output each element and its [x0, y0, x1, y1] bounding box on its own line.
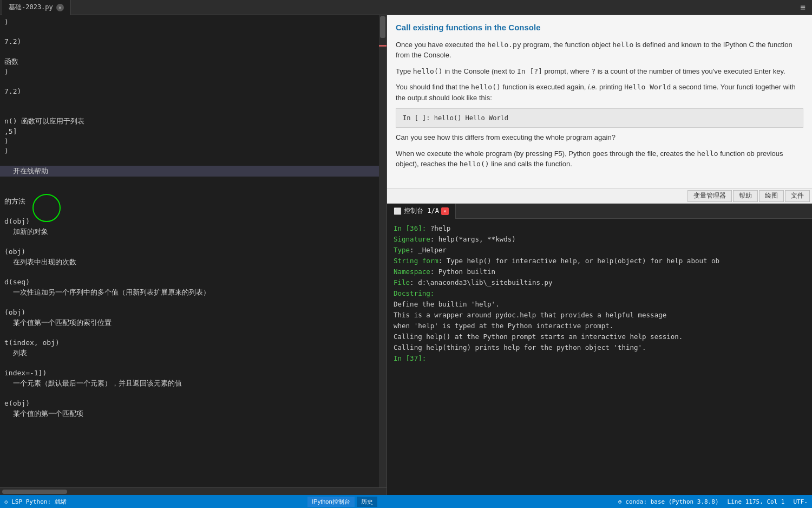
console-line: Namespace: Python builtin: [394, 266, 806, 277]
code-line: ): [0, 136, 387, 146]
code-line: [0, 389, 387, 399]
plot-button[interactable]: 绘图: [759, 190, 784, 202]
tab-close-button[interactable]: ×: [56, 4, 64, 11]
console-line: Docstring:: [394, 288, 806, 299]
status-bar: ◇ LSP Python: 就绪 IPython控制台 历史 ⊕ conda: …: [0, 495, 812, 508]
console-tab[interactable]: ⬜ 控制台 1/A ×: [387, 204, 456, 219]
code-line: d(obj): [0, 217, 387, 226]
console-panel: ⬜ 控制台 1/A × In [36]: ?helpSignature: hel…: [387, 204, 812, 495]
code-line: ): [0, 146, 387, 156]
code-line: [0, 77, 387, 87]
doc-para-5: When we execute the whole program (by pr…: [396, 148, 803, 170]
code-line: [0, 27, 387, 37]
doc-para-2: Type hello() in the Console (next to In …: [396, 66, 803, 77]
code-line: n() 函数可以应用于列表: [0, 116, 387, 127]
code-editor-panel: )7.2)函数)7.2)n() 函数可以应用于列表,5])) 开在线帮助的方法d…: [0, 15, 387, 495]
doc-para-1: Once you have executed the hello.py prog…: [396, 40, 803, 61]
code-line: [0, 328, 387, 338]
console-line: String form: Type help() for interactive…: [394, 256, 806, 266]
code-line: t(index, obj): [0, 338, 387, 348]
console-tab-bar: ⬜ 控制台 1/A ×: [387, 204, 812, 219]
code-line: [0, 106, 387, 116]
code-line: 加新的对象: [0, 226, 387, 237]
variable-manager-button[interactable]: 变量管理器: [687, 190, 732, 202]
code-line: [0, 298, 387, 308]
code-line: [0, 237, 387, 247]
main-area: )7.2)函数)7.2)n() 函数可以应用于列表,5])) 开在线帮助的方法d…: [0, 15, 812, 495]
code-line: 的方法: [0, 196, 387, 207]
code-line: 7.2): [0, 87, 387, 96]
scrollbar-marker: [379, 45, 387, 47]
menu-icon[interactable]: ≡: [796, 2, 810, 12]
doc-para-3: You should find that the hello() functio…: [396, 82, 803, 103]
code-line: 列表: [0, 348, 387, 359]
status-right: ⊕ conda: base (Python 3.8.8) Line 1175, …: [618, 498, 808, 505]
code-line: e(obj): [0, 399, 387, 408]
console-content[interactable]: In [36]: ?helpSignature: help(*args, **k…: [387, 219, 812, 495]
doc-code-block: In [ ]: hello() Hello World: [396, 108, 803, 128]
console-line: Calling help(thing) prints help for the …: [394, 342, 806, 353]
console-line: Type: _Helper: [394, 245, 806, 256]
code-line: ): [0, 17, 387, 27]
console-line: when 'help' is typed at the Python inter…: [394, 321, 806, 331]
horizontal-scrollbar[interactable]: [0, 487, 387, 495]
file-tab[interactable]: 基础-2023.py ×: [2, 0, 71, 15]
code-line: 开在线帮助: [0, 166, 387, 177]
doc-title: Call existing functions in the Console: [396, 22, 803, 34]
console-line: File: d:\anaconda3\lib\_sitebuiltins.py: [394, 277, 806, 288]
code-line: 某个值第一个匹配项的索引位置: [0, 317, 387, 328]
scrollbar-thumb[interactable]: [380, 16, 385, 38]
code-line: 7.2): [0, 37, 387, 47]
code-line: [0, 47, 387, 56]
console-line: This is a wrapper around pydoc.help that…: [394, 310, 806, 321]
help-doc-panel: Call existing functions in the Console O…: [387, 15, 812, 188]
code-line: ): [0, 67, 387, 77]
encoding-status: UTF-: [794, 498, 808, 505]
code-line: [0, 207, 387, 217]
code-area[interactable]: )7.2)函数)7.2)n() 函数可以应用于列表,5])) 开在线帮助的方法d…: [0, 15, 387, 487]
code-line: [0, 177, 387, 186]
tab-filename: 基础-2023.py: [9, 3, 53, 12]
code-line: [0, 186, 387, 196]
code-line: 函数: [0, 56, 387, 67]
code-line: [0, 96, 387, 106]
right-panel: Call existing functions in the Console O…: [387, 15, 812, 495]
code-line: 在列表中出现的次数: [0, 257, 387, 268]
console-line: Define the builtin 'help'.: [394, 299, 806, 310]
history-tab-button[interactable]: 历史: [357, 497, 377, 507]
code-line: [0, 156, 387, 166]
h-scrollbar-thumb[interactable]: [2, 490, 67, 494]
lsp-status: ◇ LSP Python: 就绪: [4, 498, 67, 506]
console-line: In [37]:: [394, 353, 806, 364]
code-line: 某个值的第一个匹配项: [0, 408, 387, 419]
console-line: Signature: help(*args, **kwds): [394, 234, 806, 245]
ipython-console-tab-button[interactable]: IPython控制台: [307, 497, 354, 507]
code-line: 一个元素（默认最后一个元素），并且返回该元素的值: [0, 378, 387, 389]
line-col-status: Line 1175, Col 1: [728, 498, 785, 505]
code-line: (obj): [0, 247, 387, 257]
code-line: (obj): [0, 308, 387, 317]
code-line: d(seq): [0, 277, 387, 287]
console-tab-icon: ⬜: [394, 207, 402, 215]
code-line: [0, 359, 387, 368]
file-button[interactable]: 文件: [785, 190, 810, 202]
code-line: ,5]: [0, 127, 387, 136]
code-line: [0, 268, 387, 277]
vertical-scrollbar[interactable]: [379, 15, 387, 487]
code-line: 一次性追加另一个序列中的多个值（用新列表扩展原来的列表）: [0, 287, 387, 298]
toolbar-row: 变量管理器 帮助 绘图 文件: [387, 188, 812, 204]
code-line: index=-1]): [0, 368, 387, 378]
console-tab-close[interactable]: ×: [441, 207, 449, 215]
top-bar: 基础-2023.py × ≡: [0, 0, 812, 15]
doc-para-4: Can you see how this differs from execut…: [396, 132, 803, 143]
console-line: In [36]: ?help: [394, 223, 806, 234]
status-left: ◇ LSP Python: 就绪: [4, 498, 67, 506]
console-tab-label: 控制台 1/A: [404, 206, 439, 216]
conda-status: ⊕ conda: base (Python 3.8.8): [618, 498, 718, 505]
console-line: Calling help() at the Python prompt star…: [394, 331, 806, 342]
help-button[interactable]: 帮助: [733, 190, 758, 202]
